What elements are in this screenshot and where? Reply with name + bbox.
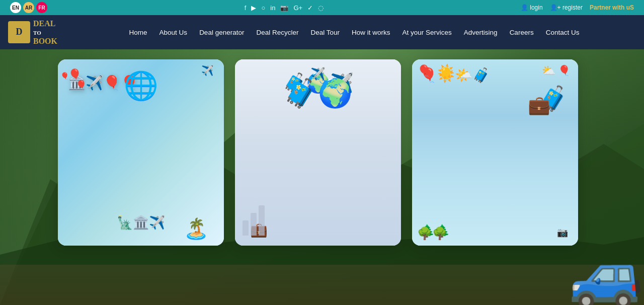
nav-home[interactable]: Home (123, 29, 153, 36)
card1-illustration: 🌐 (124, 69, 158, 102)
top-bar: EN AR FR f ▶ ○ in 📷 G+ ✓ ◌ 👤 login 👤+ re… (0, 0, 644, 15)
card1-image: 🌐 🎈 🎈 🎈 🗽🏛️✈️ ✈️ (58, 59, 224, 246)
nav-advertising[interactable]: Advertising (458, 29, 504, 36)
login-icon: 👤 (521, 4, 528, 11)
nav-about[interactable]: About Us (153, 29, 194, 36)
card1-balloon3: 🎈 (60, 72, 69, 80)
nav-at-your-services[interactable]: At your Services (396, 29, 458, 36)
card3-balloon1: 🎈 (417, 64, 431, 78)
card2-chart (243, 205, 265, 236)
twitter-icon[interactable]: ✓ (307, 4, 313, 12)
nav-deal-generator[interactable]: Deal generator (193, 29, 250, 36)
hero-section: 🚙 🌐 🎈 🎈 🎈 🗽🏛️✈️ ✈️ Our deal DEAL RECYCLE… (0, 49, 644, 305)
lang-en-button[interactable]: EN (10, 2, 21, 13)
linkedin-icon[interactable]: in (270, 4, 275, 12)
top-right-actions: 👤 login 👤+ register Partner with uS (521, 4, 634, 11)
card3-camera: 📷 (557, 227, 568, 238)
navbar: D DEALTOBOOK Home About Us Deal generato… (0, 15, 644, 49)
card3-trees: 🌲🌲 (420, 224, 450, 238)
pinterest-icon[interactable]: ○ (261, 4, 265, 12)
road (0, 265, 644, 305)
nav-links: Home About Us Deal generator Deal Recycl… (72, 28, 636, 37)
car-image: 🚙 (569, 245, 644, 305)
login-label: login (530, 4, 542, 11)
nav-deal-tour[interactable]: Deal Tour (304, 29, 346, 36)
rss-icon[interactable]: ◌ (318, 4, 324, 12)
card3-cloud: ⛅ (542, 64, 555, 78)
google-plus-icon[interactable]: G+ (293, 4, 302, 12)
card3-sun: ☀️ (437, 63, 455, 80)
nav-contact-us[interactable]: Contact Us (540, 29, 586, 36)
lang-fr-button[interactable]: FR (36, 2, 47, 13)
card-deal-tour: 🎈 ☀️ 🎈 ⛅ 🧳 💼 🌲🌲 📷 Our solution DEAL TOUR… (412, 59, 578, 246)
partner-link[interactable]: Partner with uS (590, 4, 634, 11)
card-deal-generator: ✈️ 🧳🌍 💼 Our innovation DEAL GENERATOR to… (235, 59, 401, 246)
login-link[interactable]: 👤 login (521, 4, 543, 11)
facebook-icon[interactable]: f (245, 4, 247, 12)
social-icons-group: f ▶ ○ in 📷 G+ ✓ ◌ (245, 4, 324, 12)
cards-container: 🌐 🎈 🎈 🎈 🗽🏛️✈️ ✈️ Our deal DEAL RECYCLER … (58, 59, 586, 246)
register-icon: 👤+ (550, 4, 561, 11)
logo-icon: D (8, 21, 30, 43)
lang-ar-button[interactable]: AR (23, 2, 34, 13)
instagram-icon[interactable]: 📷 (280, 4, 288, 12)
card3-luggage2: 💼 (528, 95, 550, 116)
youtube-icon[interactable]: ▶ (251, 4, 256, 12)
nav-how-it-works[interactable]: How it works (346, 29, 396, 36)
card-deal-recycler: 🌐 🎈 🎈 🎈 🗽🏛️✈️ ✈️ Our deal DEAL RECYCLER … (58, 59, 224, 246)
logo-text: DEALTOBOOK (33, 19, 57, 46)
card1-plane: ✈️ (201, 64, 214, 77)
card1-monuments: 🗽🏛️✈️ (68, 215, 214, 231)
card2-luggage: 🧳🌍 (283, 77, 353, 110)
register-link[interactable]: 👤+ register (550, 4, 583, 11)
language-selector[interactable]: EN AR FR (10, 2, 47, 13)
logo[interactable]: D DEALTOBOOK (8, 19, 57, 46)
card3-balloon2: 🎈 (558, 64, 571, 77)
nav-careers[interactable]: Careers (504, 29, 540, 36)
nav-deal-recycler[interactable]: Deal Recycler (250, 29, 304, 36)
register-label: register (562, 4, 583, 11)
card2-image: ✈️ 🧳🌍 💼 (235, 59, 401, 246)
card3-image: 🎈 ☀️ 🎈 ⛅ 🧳 💼 🌲🌲 📷 (412, 59, 578, 246)
card1-balloon2: 🎈 (75, 80, 87, 91)
